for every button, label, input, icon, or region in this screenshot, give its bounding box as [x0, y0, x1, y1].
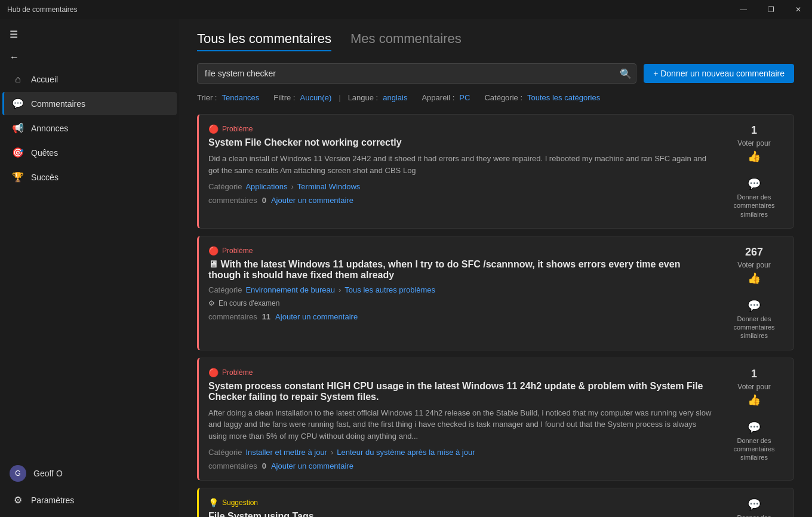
app-title: Hub de commentaires — [7, 5, 77, 14]
add-comment-link[interactable]: Ajouter un commentaire — [271, 196, 353, 205]
sort-label: Trier : — [197, 93, 217, 102]
similar-icon[interactable]: 💬 — [748, 299, 761, 312]
device-value[interactable]: PC — [459, 93, 470, 102]
thumbsup-icon[interactable]: 👍 — [748, 150, 761, 163]
vote-count: 1 — [751, 124, 757, 137]
result-title[interactable]: System process constant HIGH CPU usage i… — [208, 381, 715, 402]
add-comment-link[interactable]: Ajouter un commentaire — [271, 461, 353, 470]
type-tag: 🔴 Problème — [208, 246, 715, 256]
titlebar: Hub de commentaires — ❐ ✕ — [0, 0, 812, 19]
new-comment-button[interactable]: + Donner un nouveau commentaire — [644, 64, 794, 83]
result-card-left: 🔴 Problème System process constant HIGH … — [208, 368, 715, 471]
similar-label[interactable]: Donner des commentaires similaires — [727, 436, 781, 462]
back-button[interactable]: ← — [0, 47, 179, 67]
search-input[interactable] — [197, 63, 636, 84]
similar-section: 💬 Donner des commentaires similaires — [727, 421, 781, 462]
suggestion-icon: 💡 — [208, 498, 219, 507]
lang-value[interactable]: anglais — [383, 93, 407, 102]
back-arrow-icon: ← — [10, 52, 19, 63]
similar-icon[interactable]: 💬 — [748, 421, 761, 434]
sidebar-item-label: Accueil — [31, 75, 58, 84]
type-label: Suggestion — [222, 498, 258, 507]
similar-label[interactable]: Donner des commentaires similaires — [727, 193, 781, 219]
sidebar-item-succes[interactable]: 🏆 Succès — [2, 165, 177, 189]
category-prefix: Catégorie — [208, 448, 242, 457]
username-label: Geoff O — [33, 469, 63, 478]
type-label: Problème — [222, 368, 253, 377]
category-link-2[interactable]: Tous les autres problèmes — [345, 285, 435, 294]
thumbsup-icon[interactable]: 👍 — [748, 393, 761, 407]
comments-icon: 💬 — [12, 98, 24, 109]
result-card-1: 🔴 Problème System File Checker not worki… — [197, 114, 794, 229]
sidebar-item-label: Quêtes — [31, 148, 58, 158]
thumbsup-icon[interactable]: 👍 — [748, 272, 761, 285]
hamburger-icon[interactable]: ☰ — [10, 29, 18, 40]
sidebar-item-commentaires[interactable]: 💬 Commentaires — [2, 92, 177, 115]
sidebar-item-label: Commentaires — [31, 99, 85, 109]
comments-row: commentaires 0 Ajouter un commentaire — [208, 461, 715, 470]
similar-icon[interactable]: 💬 — [748, 498, 761, 511]
category-link-1[interactable]: Applications — [245, 182, 287, 191]
problem-icon: 🔴 — [208, 368, 219, 377]
sidebar-item-parametres[interactable]: ⚙ Paramètres — [2, 488, 177, 512]
app-body: ☰ ← ⌂ Accueil 💬 Commentaires 📢 Annonces … — [0, 19, 812, 517]
minimize-button[interactable]: — — [730, 0, 757, 19]
vote-label: Voter pour — [737, 139, 770, 147]
sidebar-item-label: Annonces — [31, 124, 68, 133]
similar-label[interactable]: Donner des commentaires similaires — [727, 513, 781, 517]
type-tag: 💡 Suggestion — [208, 498, 715, 507]
result-description: Did a clean install of Windows 11 Versio… — [208, 153, 715, 176]
result-card-left: 🔴 Problème System File Checker not worki… — [208, 124, 715, 219]
category-link-2[interactable]: Lenteur du système après la mise à jour — [337, 448, 475, 457]
tab-mes-commentaires[interactable]: Mes commentaires — [350, 31, 462, 51]
quests-icon: 🎯 — [12, 147, 24, 158]
comment-count: 0 — [262, 461, 266, 470]
category-value[interactable]: Toutes les catégories — [527, 93, 600, 102]
similar-section: 💬 Donner des commentaires similaires — [727, 177, 781, 219]
result-card-left: 🔴 Problème 🖥 With the latest Windows 11 … — [208, 246, 715, 340]
comments-row: commentaires 0 Ajouter un commentaire — [208, 196, 715, 205]
user-profile[interactable]: G Geoff O — [0, 459, 179, 488]
achievements-icon: 🏆 — [12, 171, 24, 183]
type-label: Problème — [222, 125, 253, 133]
result-card-2: 🔴 Problème 🖥 With the latest Windows 11 … — [197, 236, 794, 350]
result-description: After doing a clean Installation to the … — [208, 407, 715, 442]
type-tag: 🔴 Problème — [208, 368, 715, 377]
close-button[interactable]: ✕ — [785, 0, 812, 19]
result-title[interactable]: System File Checker not working correctl… — [208, 137, 715, 148]
type-label: Problème — [222, 247, 253, 255]
vote-section: 1 Voter pour 👍 — [737, 368, 770, 407]
comments-row: commentaires 11 Ajouter un commentaire — [208, 312, 715, 321]
sidebar-item-quetes[interactable]: 🎯 Quêtes — [2, 141, 177, 164]
add-comment-link[interactable]: Ajouter un commentaire — [275, 312, 358, 321]
result-title-icon: 🖥 — [208, 259, 220, 269]
vote-count: 1 — [751, 368, 757, 380]
sidebar-item-annonces[interactable]: 📢 Annonces — [2, 116, 177, 140]
search-container: 🔍 — [197, 63, 636, 84]
device-label: Appareil : — [422, 93, 454, 102]
sidebar-item-accueil[interactable]: ⌂ Accueil — [2, 68, 177, 91]
similar-icon[interactable]: 💬 — [748, 177, 761, 190]
maximize-button[interactable]: ❐ — [757, 0, 785, 19]
sidebar: ☰ ← ⌂ Accueil 💬 Commentaires 📢 Annonces … — [0, 19, 179, 517]
filter-value[interactable]: Aucun(e) — [300, 93, 331, 102]
result-title[interactable]: File System using Tags — [208, 511, 715, 517]
similar-section: 💬 Donner des commentaires similaires — [727, 498, 781, 517]
category-label: Catégorie : — [484, 93, 522, 102]
search-button[interactable]: 🔍 — [620, 68, 632, 79]
category-link-1[interactable]: Environnement de bureau — [245, 285, 335, 294]
category-row: Catégorie Installer et mettre à jour › L… — [208, 448, 715, 457]
similar-label[interactable]: Donner des commentaires similaires — [727, 315, 781, 340]
vote-label: Voter pour — [737, 383, 770, 391]
category-link-2[interactable]: Terminal Windows — [297, 182, 360, 191]
category-link-1[interactable]: Installer et mettre à jour — [245, 448, 327, 457]
tab-tous-commentaires[interactable]: Tous les commentaires — [197, 31, 331, 51]
type-tag: 🔴 Problème — [208, 124, 715, 134]
comment-count: 0 — [262, 196, 266, 205]
category-prefix: Catégorie — [208, 182, 242, 191]
sort-value[interactable]: Tendances — [222, 93, 259, 102]
result-title[interactable]: 🖥 With the latest Windows 11 updates, wh… — [208, 259, 715, 281]
sidebar-header: ☰ — [0, 24, 179, 45]
sidebar-item-label: Succès — [31, 173, 59, 182]
comments-label: commentaires — [208, 196, 257, 205]
